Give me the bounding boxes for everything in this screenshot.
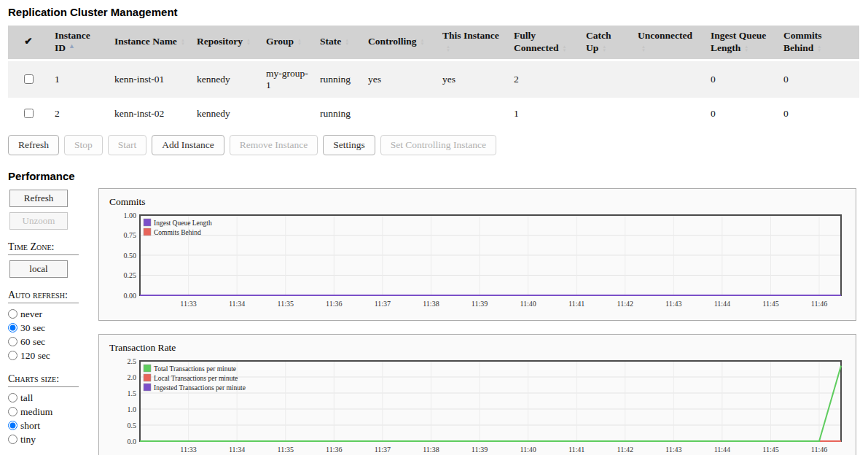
- radio-never[interactable]: [8, 309, 17, 319]
- col-header-unconnected[interactable]: Unconnected: [632, 26, 705, 60]
- transaction-rate-chart-title: Transaction Rate: [109, 342, 847, 354]
- remove-instance-button[interactable]: Remove Instance: [230, 135, 318, 155]
- sort-asc-icon: ▲: [69, 42, 75, 50]
- svg-text:11:36: 11:36: [326, 446, 342, 454]
- cell-instance-name: kenn-inst-02: [109, 98, 191, 128]
- performance-sidebar: Refresh Unzoom Time Zone: local Auto ref…: [8, 188, 98, 448]
- cell-instance-name: kenn-inst-01: [109, 60, 191, 98]
- commits-chart[interactable]: 0.000.250.500.751.0011:3311:3411:3511:36…: [108, 211, 847, 314]
- auto-refresh-option-30-sec[interactable]: 30 sec: [8, 322, 98, 334]
- charts-column: Commits 0.000.250.500.751.0011:3311:3411…: [98, 188, 856, 455]
- auto-refresh-option-60-sec[interactable]: 60 sec: [8, 336, 98, 348]
- page: Replication Cluster Management ✔ Instanc…: [0, 0, 868, 455]
- radio-30-sec[interactable]: [8, 323, 17, 332]
- col-header-fully-connected[interactable]: Fully Connected: [508, 26, 580, 60]
- svg-text:1.0: 1.0: [128, 405, 137, 413]
- charts-size-option-tall[interactable]: tall: [8, 392, 98, 404]
- cell-unconnected: [632, 98, 705, 128]
- auto-refresh-option-never[interactable]: never: [8, 308, 98, 320]
- cell-fully-connected: 2: [508, 60, 580, 98]
- commits-chart-title: Commits: [109, 196, 847, 208]
- col-header-instance-id[interactable]: Instance ID▲: [49, 26, 109, 60]
- svg-text:11:35: 11:35: [278, 300, 294, 308]
- svg-text:Total Transactions per minute: Total Transactions per minute: [154, 365, 236, 373]
- table-row: 1 kenn-inst-01 kennedy my-group-1 runnin…: [8, 60, 859, 98]
- svg-text:11:39: 11:39: [472, 446, 488, 454]
- transaction-rate-chart-box: Transaction Rate 0.00.51.01.52.02.511:33…: [98, 334, 856, 455]
- cell-state: running: [314, 60, 362, 98]
- radio-tall[interactable]: [8, 393, 17, 402]
- cell-catch-up: [580, 60, 632, 98]
- perf-refresh-button[interactable]: Refresh: [9, 190, 68, 207]
- sort-icon: [563, 45, 567, 52]
- cell-catch-up: [580, 98, 632, 128]
- timezone-local-button[interactable]: local: [9, 260, 68, 278]
- stop-button[interactable]: Stop: [64, 135, 103, 155]
- set-controlling-instance-button[interactable]: Set Controlling Instance: [380, 135, 496, 155]
- svg-text:11:38: 11:38: [423, 446, 439, 454]
- radio-120-sec[interactable]: [8, 351, 17, 360]
- performance-section: Refresh Unzoom Time Zone: local Auto ref…: [8, 188, 860, 455]
- col-header-state[interactable]: State: [314, 26, 362, 60]
- svg-text:11:38: 11:38: [423, 300, 439, 308]
- charts-size-option-tiny[interactable]: tiny: [8, 434, 98, 446]
- radio-tiny[interactable]: [8, 435, 17, 444]
- svg-text:11:41: 11:41: [568, 300, 584, 308]
- svg-text:11:43: 11:43: [665, 300, 681, 308]
- charts-size-option-short[interactable]: short: [8, 420, 98, 432]
- svg-text:11:34: 11:34: [229, 446, 245, 454]
- col-header-this-instance[interactable]: This Instance: [437, 26, 508, 60]
- start-button[interactable]: Start: [108, 135, 147, 155]
- svg-text:Ingest Queue Length: Ingest Queue Length: [154, 219, 212, 227]
- svg-text:11:35: 11:35: [278, 446, 294, 454]
- radio-60-sec[interactable]: [8, 337, 17, 346]
- col-header-ingest-queue-length[interactable]: Ingest Queue Length: [705, 26, 778, 60]
- add-instance-button[interactable]: Add Instance: [152, 135, 224, 155]
- sort-icon: [297, 39, 302, 46]
- page-title: Replication Cluster Management: [8, 6, 860, 18]
- auto-refresh-option-120-sec[interactable]: 120 sec: [8, 350, 98, 362]
- svg-text:Local Transactions per minute: Local Transactions per minute: [154, 375, 238, 382]
- svg-text:11:41: 11:41: [568, 446, 584, 454]
- sort-icon: [744, 45, 748, 52]
- svg-text:1.5: 1.5: [128, 389, 137, 397]
- auto-refresh-label: Auto refresh:: [8, 289, 79, 303]
- settings-button[interactable]: Settings: [323, 135, 375, 155]
- table-actions-bar: Refresh Stop Start Add Instance Remove I…: [8, 135, 860, 155]
- radio-medium[interactable]: [8, 407, 17, 416]
- cell-commits-behind: 0: [778, 98, 859, 128]
- table-header-row: ✔ Instance ID▲ Instance Name Repository …: [8, 26, 859, 60]
- cell-repository: kennedy: [191, 98, 260, 128]
- sort-icon: [345, 39, 349, 46]
- col-header-controlling[interactable]: Controlling: [362, 26, 437, 60]
- sort-icon: [602, 45, 606, 52]
- cell-controlling: yes: [362, 60, 437, 98]
- col-header-instance-name[interactable]: Instance Name: [109, 26, 191, 60]
- cell-controlling: [362, 98, 437, 128]
- sort-icon: [641, 45, 646, 52]
- col-header-check[interactable]: ✔: [8, 26, 49, 60]
- cell-unconnected: [632, 60, 705, 98]
- unzoom-button[interactable]: Unzoom: [9, 212, 68, 230]
- col-header-group[interactable]: Group: [260, 26, 314, 60]
- col-header-catch-up[interactable]: Catch Up: [580, 26, 632, 60]
- performance-title: Performance: [8, 170, 860, 182]
- refresh-button[interactable]: Refresh: [8, 135, 59, 155]
- cell-this-instance: yes: [437, 60, 508, 98]
- transaction-rate-chart[interactable]: 0.00.51.01.52.02.511:3311:3411:3511:3611…: [108, 357, 847, 455]
- row-select-checkbox[interactable]: [24, 74, 34, 84]
- charts-size-option-medium[interactable]: medium: [8, 406, 98, 418]
- svg-text:0.75: 0.75: [124, 231, 137, 239]
- col-header-repository[interactable]: Repository: [191, 26, 260, 60]
- svg-text:11:44: 11:44: [714, 446, 730, 454]
- table-row: 2 kenn-inst-02 kennedy running 1 0 0: [8, 98, 859, 128]
- sort-icon: [446, 45, 450, 52]
- col-header-commits-behind[interactable]: Commits Behind: [778, 26, 859, 60]
- cell-group: my-group-1: [260, 60, 314, 98]
- svg-text:0.0: 0.0: [128, 437, 137, 445]
- radio-short[interactable]: [8, 421, 17, 430]
- svg-text:11:39: 11:39: [472, 300, 488, 308]
- cell-instance-id: 2: [49, 98, 109, 128]
- row-select-checkbox[interactable]: [24, 109, 34, 118]
- cell-instance-id: 1: [49, 60, 109, 98]
